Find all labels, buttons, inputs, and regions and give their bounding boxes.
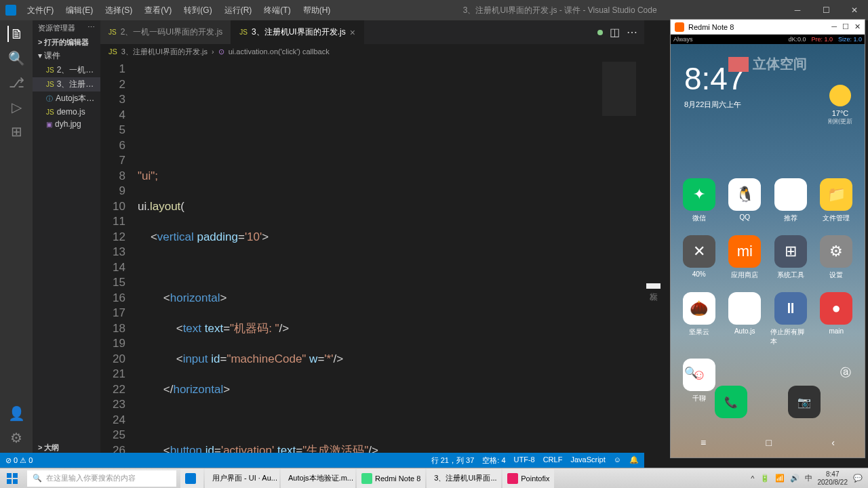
menu-select[interactable]: 选择(S): [100, 2, 138, 19]
app-tuijian[interactable]: ⊞推荐: [770, 178, 811, 223]
file-item[interactable]: ⓘAutojs本地验证.md: [33, 92, 100, 106]
app-qq[interactable]: 🐧QQ: [725, 178, 766, 223]
explorer-icon[interactable]: 🗎: [7, 26, 24, 42]
breadcrumb[interactable]: JS3、注册机UI界面的开发.js› ⊙ui.activation.on('cl…: [100, 44, 644, 59]
search-icon[interactable]: 🔍: [8, 50, 24, 66]
tray-wifi-icon[interactable]: 📶: [775, 474, 785, 483]
phone-screen[interactable]: 立体空间 8:47 8月22日周六上午 17°C 刚刚更新 ✦微信🐧QQ⊞推荐📁…: [671, 44, 865, 458]
app-label: QQ: [739, 214, 750, 221]
more-icon[interactable]: ⋯: [627, 26, 637, 39]
status-eol[interactable]: CRLF: [543, 455, 563, 466]
code-content[interactable]: "ui"; ui.layout( <vertical padding='10'>…: [138, 59, 644, 454]
file-item[interactable]: JS2、一机一码UI界面...: [33, 63, 100, 77]
workspace-folder[interactable]: ▾ 课件: [33, 49, 100, 63]
app-wechat[interactable]: ✦微信: [679, 178, 719, 223]
tray-volume-icon[interactable]: 🔊: [790, 474, 800, 483]
status-problems[interactable]: ⊘ 0 ⚠ 0: [5, 456, 33, 465]
menu-file[interactable]: 文件(F): [22, 2, 59, 19]
open-editors-section[interactable]: > 打开的编辑器: [33, 36, 100, 49]
menu-run[interactable]: 运行(R): [219, 2, 258, 19]
app-store[interactable]: mi应用商店: [725, 235, 766, 280]
nav-home-icon[interactable]: □: [766, 437, 772, 448]
nav-back-icon[interactable]: ‹: [831, 437, 835, 448]
source-control-icon[interactable]: ⎇: [8, 75, 24, 91]
app-autojs[interactable]: ▶Auto.js: [725, 292, 766, 346]
account-icon[interactable]: 👤: [8, 405, 24, 422]
file-item[interactable]: JSdemo.js: [33, 106, 100, 118]
phone-search-icon[interactable]: 🔍: [684, 366, 698, 380]
status-bell-icon[interactable]: 🔔: [629, 455, 639, 466]
file-item[interactable]: ▣dyh.jpg: [33, 118, 100, 130]
settings-icon[interactable]: ⚙: [8, 430, 24, 446]
menu-goto[interactable]: 转到(G): [178, 2, 217, 19]
tray-battery-icon[interactable]: 🔋: [760, 474, 770, 483]
app-icon: ✦: [683, 178, 715, 211]
maximize-icon[interactable]: ☐: [842, 22, 849, 31]
taskbar-app[interactable]: Autojs本地验证.m...: [281, 469, 355, 488]
menu-terminal[interactable]: 终端(T): [258, 2, 296, 19]
system-tray[interactable]: ^ 🔋 📶 🔊 中 8:472020/8/22 💬: [745, 470, 868, 487]
phone-voice-icon[interactable]: ⓐ: [840, 366, 851, 380]
app-icon: ●: [820, 292, 852, 325]
code-editor[interactable]: 1234567891011121314151617181920212223242…: [100, 59, 644, 454]
tray-up-icon[interactable]: ^: [751, 474, 754, 483]
activity-bar: 🗎 🔍 ⎇ ▷ ⊞ 👤 ⚙: [0, 20, 33, 454]
taskbar-app[interactable]: 3、注册机UI界面...: [427, 469, 501, 488]
minimize-icon[interactable]: ─: [831, 22, 837, 31]
device-connected-icon[interactable]: [597, 30, 603, 35]
nav-menu-icon[interactable]: ≡: [701, 437, 706, 448]
app-settings[interactable]: ⚙设置: [816, 235, 857, 280]
app-util[interactable]: ⊞系统工具: [770, 235, 811, 280]
start-button[interactable]: [0, 468, 24, 489]
status-lang[interactable]: JavaScript: [570, 455, 605, 466]
taskbar-search[interactable]: 🔍 在这里输入你要搜索的内容: [27, 470, 176, 487]
explorer-title: 资源管理器: [38, 23, 75, 33]
app-files[interactable]: 📁文件管理: [816, 178, 857, 223]
maximize-icon[interactable]: ☐: [812, 0, 840, 20]
tray-ime-icon[interactable]: 中: [805, 473, 812, 483]
dialer-icon[interactable]: 📞: [715, 386, 747, 418]
split-editor-icon[interactable]: ◫: [610, 26, 620, 39]
app-label: 应用商店: [731, 270, 758, 280]
more-icon[interactable]: ⋯: [87, 23, 95, 33]
editor-tab[interactable]: JS2、一机一码UI界面的开发.js: [100, 20, 231, 44]
close-icon[interactable]: ✕: [854, 22, 861, 31]
camera-icon[interactable]: 📷: [788, 386, 821, 418]
taskbar-app[interactable]: [180, 469, 203, 488]
status-feedback-icon[interactable]: ☺: [614, 455, 621, 466]
phone-dock: 📞 📷: [671, 386, 865, 418]
debug-icon[interactable]: ▷: [8, 99, 24, 115]
app-label: 3、注册机UI界面...: [434, 473, 496, 483]
menu-view[interactable]: 查看(V): [139, 2, 177, 19]
tray-notifications-icon[interactable]: 💬: [853, 474, 863, 483]
app-icon: ✕: [683, 235, 715, 268]
status-indent[interactable]: 空格: 4: [482, 455, 505, 466]
menu-edit[interactable]: 编辑(E): [60, 2, 98, 19]
extensions-icon[interactable]: ⊞: [8, 123, 24, 140]
status-encoding[interactable]: UTF-8: [514, 455, 535, 466]
svg-rect-2: [7, 479, 12, 484]
app-stop[interactable]: ⏸停止所有脚本: [770, 292, 811, 346]
app-label: 设置: [829, 270, 843, 280]
weather-widget[interactable]: 17°C 刚刚更新: [828, 85, 852, 126]
minimize-icon[interactable]: ─: [784, 0, 811, 20]
close-icon[interactable]: ✕: [841, 0, 868, 20]
tab-close-icon[interactable]: ×: [350, 27, 355, 38]
status-cursor-pos[interactable]: 行 21，列 37: [431, 455, 475, 466]
phone-mirror-window: Redmi Note 8 ─ ☐ ✕ Always dK:0.0 Pre: 1.…: [670, 19, 865, 458]
minimap[interactable]: [602, 62, 636, 116]
taskbar-app[interactable]: Pointofix: [502, 469, 554, 488]
window-title: 3、注册机UI界面的开发.js - 课件 - Visual Studio Cod…: [336, 5, 784, 16]
tray-clock[interactable]: 8:472020/8/22: [818, 470, 848, 487]
taskbar-app[interactable]: Redmi Note 8: [357, 469, 425, 488]
file-item[interactable]: JS3、注册机UI界面的开...: [33, 77, 100, 92]
editor-tab[interactable]: JS3、注册机UI界面的开发.js×: [231, 20, 364, 44]
app-jianguo[interactable]: 🌰坚果云: [679, 292, 719, 346]
menu-help[interactable]: 帮助(H): [298, 2, 336, 19]
phone-window-titlebar[interactable]: Redmi Note 8 ─ ☐ ✕: [671, 20, 865, 35]
app-icon: 📁: [820, 178, 852, 211]
app-icon: ⊞: [774, 178, 807, 211]
app-battery[interactable]: ✕40%: [679, 235, 719, 280]
taskbar-app[interactable]: 用户界面 - UI · Au...: [205, 469, 279, 488]
app-main[interactable]: ●main: [816, 292, 857, 346]
